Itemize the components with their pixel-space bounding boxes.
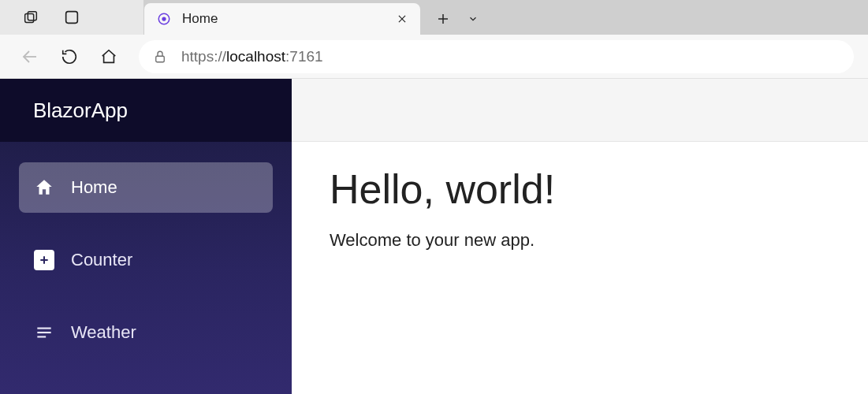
list-icon: [33, 322, 55, 344]
tab-actions-icon[interactable]: [19, 6, 43, 29]
new-tab-button[interactable]: [431, 7, 455, 31]
nav-item-home[interactable]: Home: [19, 162, 273, 213]
browser-tab-home[interactable]: Home: [144, 3, 420, 35]
svg-rect-10: [156, 56, 165, 62]
blazor-favicon-icon: [157, 12, 171, 26]
page-heading: Hello, world!: [330, 165, 830, 213]
svg-point-4: [162, 17, 166, 20]
vertical-tabs-icon[interactable]: [60, 6, 84, 29]
tab-menu-chevron-icon[interactable]: [461, 7, 485, 31]
nav-label-weather: Weather: [71, 322, 136, 343]
app-brand[interactable]: BlazorApp: [0, 79, 292, 142]
lock-icon: [153, 50, 167, 64]
nav-item-counter[interactable]: Counter: [19, 235, 273, 285]
nav-item-weather[interactable]: Weather: [19, 307, 273, 358]
plus-icon: [33, 249, 55, 271]
content-top-row: [292, 79, 868, 142]
url-host: localhost: [226, 48, 285, 65]
sidebar: BlazorApp Home Counter: [0, 79, 292, 394]
nav-label-counter: Counter: [71, 250, 132, 270]
tab-strip-left-controls: [0, 0, 144, 35]
url-scheme: https://: [181, 48, 226, 65]
home-icon: [33, 177, 55, 199]
svg-rect-0: [25, 13, 34, 22]
refresh-button[interactable]: [54, 41, 85, 72]
tab-title: Home: [182, 11, 395, 27]
address-bar[interactable]: https://localhost:7161: [139, 40, 854, 73]
browser-toolbar: https://localhost:7161: [0, 35, 868, 79]
new-tab-area: [420, 3, 496, 35]
main-content: Hello, world! Welcome to your new app.: [292, 79, 868, 394]
url-port: :7161: [285, 48, 323, 65]
nav-label-home: Home: [71, 177, 117, 198]
sidebar-nav: Home Counter: [0, 142, 292, 378]
back-button[interactable]: [14, 41, 46, 72]
svg-rect-2: [66, 12, 78, 24]
browser-tab-strip: Home: [0, 0, 868, 35]
home-button[interactable]: [93, 41, 125, 72]
app-page: BlazorApp Home Counter: [0, 79, 868, 394]
svg-rect-1: [28, 12, 36, 20]
close-tab-icon[interactable]: [395, 12, 409, 26]
content-body: Hello, world! Welcome to your new app.: [292, 142, 868, 274]
welcome-text: Welcome to your new app.: [330, 230, 830, 251]
